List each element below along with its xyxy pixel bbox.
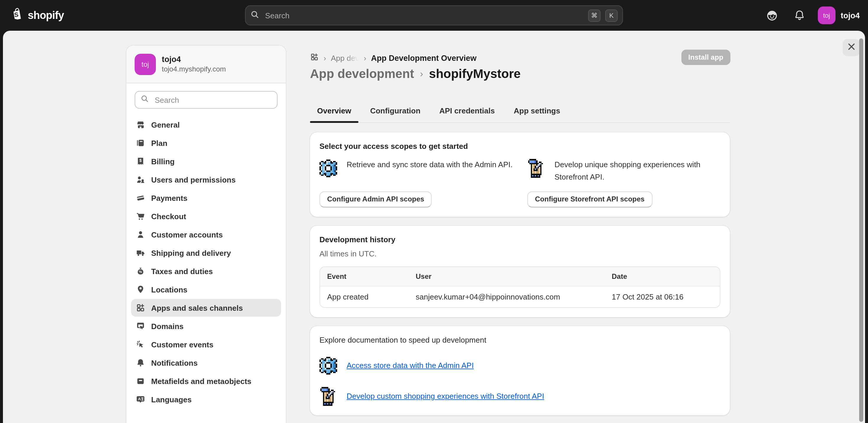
cards-column: Select your access scopes to get started…: [310, 132, 730, 415]
user-menu[interactable]: toj tojo4: [818, 6, 860, 24]
svg-text:S: S: [14, 11, 19, 18]
sidebar-item-payments[interactable]: Payments: [131, 189, 281, 207]
pixel-gear-icon: [319, 159, 337, 178]
close-button[interactable]: [843, 39, 860, 56]
tab-app-settings[interactable]: App settings: [507, 100, 567, 122]
svg-text:$: $: [140, 158, 142, 163]
tax-icon: %: [136, 267, 145, 276]
install-app-button[interactable]: Install app: [681, 50, 731, 65]
store-icon: [136, 120, 145, 129]
storefront-api-doc-link[interactable]: Develop custom shopping experiences with…: [347, 392, 544, 400]
shopify-wordmark: shopify: [28, 9, 64, 22]
sidebar-item-locations[interactable]: Locations: [131, 281, 281, 298]
sidebar-item-taxes[interactable]: % Taxes and duties: [131, 262, 281, 280]
sidebar-item-users-permissions[interactable]: Users and permissions: [131, 171, 281, 188]
apps-grid-icon: [136, 303, 145, 312]
pixel-gear-icon: [319, 356, 337, 375]
sidebar-item-label: Payments: [151, 193, 187, 202]
search-icon: [250, 10, 259, 21]
tab-overview[interactable]: Overview: [310, 100, 359, 122]
admin-api-description: Retrieve and sync store data with the Ad…: [347, 159, 513, 171]
sidebar-item-label: Taxes and duties: [151, 267, 213, 276]
tab-configuration[interactable]: Configuration: [363, 100, 428, 122]
sidebar-item-label: Metafields and metaobjects: [151, 376, 252, 386]
sidebar-item-shipping[interactable]: Shipping and delivery: [131, 244, 281, 262]
sidebar-item-label: Checkout: [151, 212, 186, 221]
card-title: Select your access scopes to get started: [319, 142, 720, 151]
breadcrumb-parent[interactable]: App dev: [331, 54, 359, 63]
svg-text:A: A: [138, 397, 141, 401]
truck-icon: [136, 248, 145, 258]
sidebar-item-customer-events[interactable]: Customer events: [131, 336, 281, 353]
sidebar-search[interactable]: [135, 91, 278, 109]
development-history-card: Development history All times in UTC. Ev…: [310, 225, 730, 317]
payments-icon: [136, 193, 145, 203]
card-title: Explore documentation to speed up develo…: [319, 335, 720, 344]
cell-user: sanjeev.kumar+04@hippoinnovations.com: [409, 292, 604, 301]
sidebar-item-metafields[interactable]: Metafields and metaobjects: [131, 372, 281, 390]
history-subtitle: All times in UTC.: [319, 249, 720, 258]
sidebar-item-label: Domains: [151, 322, 184, 331]
shopify-admin-app: S shopify ⌘ K: [0, 0, 868, 423]
user-avatar: toj: [818, 6, 836, 24]
domains-icon: [136, 322, 145, 331]
user-name: tojo4: [841, 11, 860, 20]
location-pin-icon: [136, 285, 145, 294]
page-title-parent[interactable]: App development: [310, 67, 414, 81]
tab-api-credentials[interactable]: API credentials: [432, 100, 502, 122]
doc-link-row: Access store data with the Admin API: [319, 356, 720, 375]
sidebar-item-label: Languages: [151, 395, 192, 404]
sidebar-item-notifications[interactable]: Notifications: [131, 354, 281, 372]
svg-text:%: %: [139, 270, 142, 274]
sidebar-menu: General Plan $ Billing Users and permiss…: [126, 113, 286, 411]
global-search[interactable]: ⌘ K: [245, 5, 623, 25]
sidebar-item-customer-accounts[interactable]: Customer accounts: [131, 226, 281, 243]
storefront-api-description: Develop unique shopping experiences with…: [554, 159, 720, 183]
settings-sidebar: toj tojo4 tojo4.myshopify.com General: [126, 46, 286, 423]
notifications-bell-icon[interactable]: [790, 6, 808, 24]
cursor-click-icon: [136, 340, 145, 349]
store-header[interactable]: toj tojo4 tojo4.myshopify.com: [126, 46, 286, 83]
access-scopes-card: Select your access scopes to get started…: [310, 132, 730, 216]
breadcrumb-separator: ›: [364, 54, 366, 63]
kbd-k: K: [605, 9, 618, 22]
sidebar-item-general[interactable]: General: [131, 116, 281, 133]
doc-link-row: Develop custom shopping experiences with…: [319, 387, 720, 405]
sidebar-item-label: Locations: [151, 285, 187, 294]
column-header-user: User: [409, 272, 604, 280]
documentation-card: Explore documentation to speed up develo…: [310, 326, 730, 415]
sidebar-item-billing[interactable]: $ Billing: [131, 152, 281, 170]
page-title: App development › shopifyMystore: [310, 67, 521, 81]
cell-event: App created: [320, 292, 409, 301]
sidekick-face-icon[interactable]: [764, 6, 781, 24]
global-search-input[interactable]: [264, 10, 583, 20]
sidebar-item-apps-sales-channels[interactable]: Apps and sales channels: [131, 299, 281, 316]
sidebar-item-label: General: [151, 120, 180, 129]
topbar-right-cluster: toj tojo4: [764, 0, 860, 31]
sidebar-search-input[interactable]: [154, 95, 272, 105]
sidebar-item-label: Billing: [151, 157, 175, 166]
sidebar-item-label: Shipping and delivery: [151, 248, 231, 257]
configure-admin-api-scopes-button[interactable]: Configure Admin API scopes: [319, 191, 432, 207]
sidebar-item-languages[interactable]: A Languages: [131, 391, 281, 408]
pixel-storefront-icon: [319, 387, 337, 405]
vertical-scrollbar[interactable]: [859, 38, 863, 422]
sidebar-item-label: Notifications: [151, 358, 197, 367]
apps-grid-icon: [310, 53, 319, 64]
store-domain: tojo4.myshopify.com: [162, 65, 226, 73]
store-name: tojo4: [162, 55, 226, 65]
admin-api-doc-link[interactable]: Access store data with the Admin API: [347, 361, 474, 370]
breadcrumb-current: App Development Overview: [371, 54, 476, 63]
admin-api-scope: Retrieve and sync store data with the Ad…: [319, 159, 527, 183]
card-title: Development history: [319, 235, 720, 244]
languages-icon: A: [136, 395, 145, 404]
sidebar-item-checkout[interactable]: Checkout: [131, 207, 281, 225]
sidebar-item-label: Apps and sales channels: [151, 303, 243, 312]
column-header-event: Event: [320, 272, 409, 280]
shopify-logo[interactable]: S shopify: [9, 7, 64, 24]
sidebar-item-domains[interactable]: Domains: [131, 317, 281, 335]
kbd-cmd: ⌘: [588, 9, 600, 22]
sidebar-item-plan[interactable]: Plan: [131, 134, 281, 152]
shopify-bag-icon: S: [9, 7, 24, 24]
configure-storefront-api-scopes-button[interactable]: Configure Storefront API scopes: [527, 191, 652, 207]
